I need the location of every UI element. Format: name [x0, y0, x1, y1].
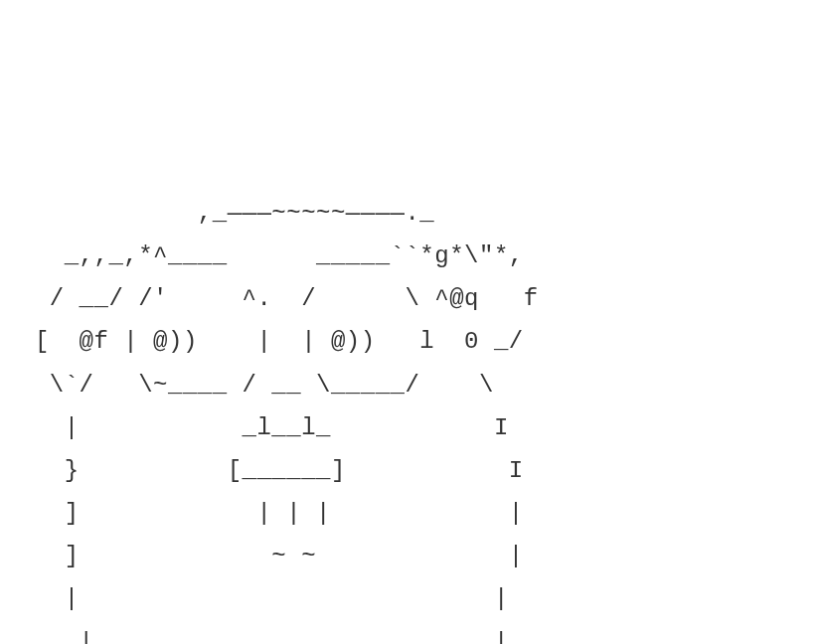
- ascii-line-9: | |: [20, 585, 509, 612]
- ascii-line-1: _,,_,*^____ _____``*g*\"*,: [20, 242, 524, 269]
- ascii-line-0: ,_———~~~~~————._: [20, 200, 434, 227]
- ascii-line-3: [ @f | @)) | | @)) l 0 _/: [20, 328, 524, 355]
- ascii-line-6: } [______] I: [20, 457, 524, 484]
- ascii-line-7: ] | | | |: [20, 500, 524, 527]
- ascii-line-8: ] ~ ~ |: [20, 543, 524, 569]
- ascii-art-display: ,_———~~~~~————._ _,,_,*^____ _____``*g*\…: [20, 192, 819, 644]
- ascii-line-2: / __/ /' ^. / \ ^@q f: [20, 285, 539, 312]
- ascii-line-10: | |: [20, 629, 509, 644]
- ascii-line-4: \`/ \~____ / __ \_____/ \: [20, 372, 494, 399]
- ascii-line-5: | _l__l_ I: [20, 414, 509, 441]
